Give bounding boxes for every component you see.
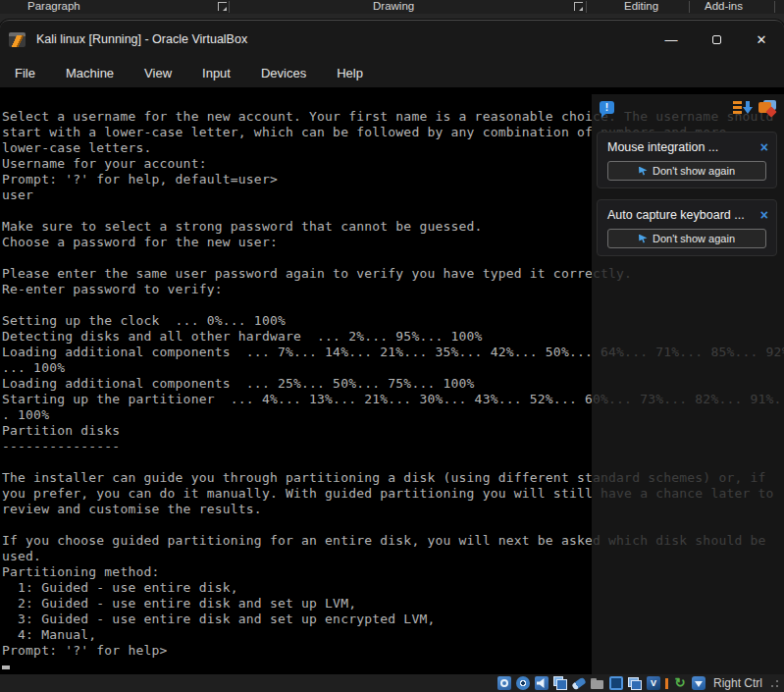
session-state-icon[interactable]: ↻	[673, 676, 687, 690]
menu-item-file[interactable]: File	[15, 66, 35, 80]
ribbon-group-label: Paragraph	[27, 0, 80, 14]
notification-header: !	[592, 94, 784, 116]
vm-window-icon	[9, 32, 26, 47]
window-title: Kali linux [Running] - Oracle VirtualBox	[36, 32, 247, 46]
terminal-cursor	[2, 665, 10, 669]
titlebar: Kali linux [Running] - Oracle VirtualBox…	[0, 21, 784, 58]
hard-disks-icon[interactable]	[497, 676, 511, 690]
mouse-integration-icon[interactable]	[692, 676, 706, 690]
features-icon[interactable]: V	[647, 676, 660, 690]
optical-drives-icon[interactable]	[516, 676, 530, 690]
dont-show-again-button[interactable]: Don't show again	[607, 161, 766, 181]
shared-folders-icon[interactable]	[591, 676, 604, 690]
host-key-label: Right Ctrl	[713, 676, 762, 690]
minimize-button[interactable]: —	[649, 21, 694, 58]
warning-bubble-icon[interactable]: !	[600, 101, 614, 114]
menu-item-input[interactable]: Input	[202, 66, 231, 80]
close-icon: ✕	[757, 32, 767, 47]
sort-order-icon[interactable]	[733, 100, 752, 115]
button-label: Don't show again	[653, 233, 735, 244]
vm-console-screen[interactable]: Select a username for the new account. Y…	[0, 87, 784, 675]
ribbon-separator	[774, 1, 775, 13]
maximize-button[interactable]	[694, 21, 739, 58]
window-controls: — ✕	[649, 21, 784, 58]
dialog-launcher-icon[interactable]	[574, 2, 583, 11]
dialog-launcher-icon[interactable]	[218, 2, 227, 11]
minimize-icon: —	[665, 32, 678, 47]
vm-status-bar: V↻ Right Ctrl	[0, 674, 784, 692]
popup-close-icon[interactable]: ×	[760, 141, 768, 153]
dont-show-again-button[interactable]: Don't show again	[607, 229, 766, 248]
cursor-arrow-icon	[639, 167, 648, 176]
display-icon[interactable]	[609, 676, 623, 690]
menu-item-view[interactable]: View	[144, 66, 172, 80]
menu-item-machine[interactable]: Machine	[66, 66, 114, 80]
network-icon[interactable]	[553, 676, 567, 690]
popup-title: Mouse integration ...	[607, 140, 760, 154]
ribbon-separator	[586, 1, 587, 13]
resize-grip[interactable]	[770, 679, 779, 688]
menu-item-devices[interactable]: Devices	[261, 66, 306, 80]
popup-close-icon[interactable]: ×	[760, 209, 768, 221]
indicator-bar	[665, 678, 668, 689]
virtualbox-window: Kali linux [Running] - Oracle VirtualBox…	[0, 20, 784, 692]
menubar: FileMachineViewInputDevicesHelp	[0, 58, 784, 87]
close-button[interactable]: ✕	[739, 21, 784, 58]
screen: ParagraphDrawingEditingAdd-ins Kali linu…	[0, 0, 784, 692]
audio-icon[interactable]	[535, 676, 549, 690]
menu-item-help[interactable]: Help	[337, 66, 363, 80]
ribbon-group-label: Drawing	[373, 0, 414, 14]
usb-icon[interactable]	[572, 676, 586, 690]
ribbon-separator	[689, 1, 690, 13]
button-label: Don't show again	[653, 165, 735, 177]
popup-title: Auto capture keyboard ...	[607, 208, 760, 222]
error-center-icon[interactable]	[758, 100, 776, 115]
ribbon-group-label: Editing	[624, 0, 658, 14]
maximize-icon	[712, 35, 721, 44]
recording-icon[interactable]	[628, 676, 642, 690]
notification-overlay: ! Mouse integration ...×Don't show again…	[592, 94, 784, 675]
notification-popup: Mouse integration ...×Don't show again	[597, 132, 777, 188]
ribbon-separator	[229, 1, 230, 13]
ribbon-group-label: Add-ins	[705, 0, 743, 14]
ribbon-group-strip: ParagraphDrawingEditingAdd-ins	[0, 0, 784, 14]
cursor-arrow-icon	[639, 235, 648, 243]
notification-popup: Auto capture keyboard ...×Don't show aga…	[597, 199, 777, 256]
